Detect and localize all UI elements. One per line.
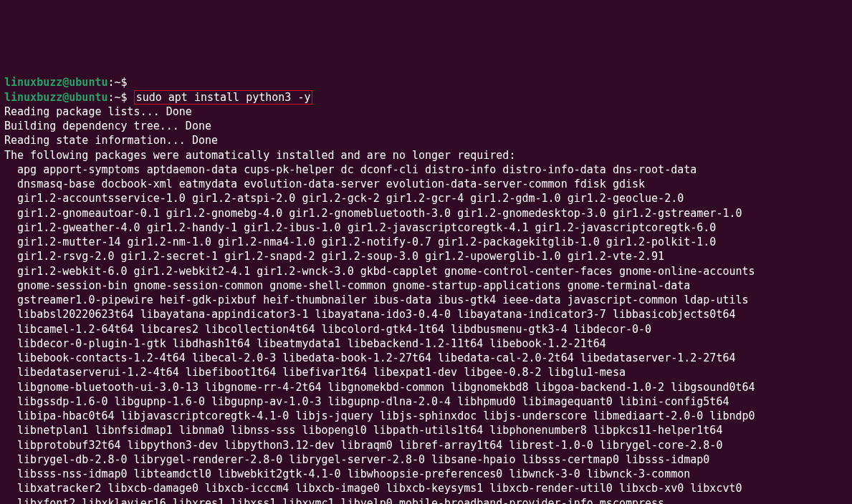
package-line: librygel-db-2.8-0 librygel-renderer-2.8-…: [4, 453, 709, 466]
output-line: Reading package lists... Done: [4, 105, 192, 118]
prompt-dollar: $: [121, 91, 128, 104]
output-line: Reading state information... Done: [4, 134, 218, 147]
package-line: libebook-contacts-1.2-4t64 libecal-2.0-3…: [4, 352, 735, 364]
package-line: gir1.2-accountsservice-1.0 gir1.2-atspi-…: [4, 192, 684, 205]
package-line: libprotobuf32t64 libpython3-dev libpytho…: [4, 439, 722, 452]
output-line: Building dependency tree... Done: [4, 120, 211, 132]
package-line: libedataserverui-1.2-4t64 libefiboot1t64…: [4, 366, 626, 379]
prompt-dollar: $: [121, 76, 128, 89]
prompt-sep: :: [108, 91, 115, 104]
prompt-path: ~: [115, 76, 121, 89]
prompt-user: linuxbuzz@ubuntu: [4, 91, 108, 104]
package-line: libcamel-1.2-64t64 libcares2 libcollecti…: [4, 323, 651, 336]
terminal-output: linuxbuzz@ubuntu:~$ linuxbuzz@ubuntu:~$ …: [4, 61, 848, 504]
package-line: libgnome-bluetooth-ui-3.0-13 libgnome-rr…: [4, 381, 755, 394]
prompt-line-1[interactable]: linuxbuzz@ubuntu:~$: [4, 76, 128, 89]
command-highlight: sudo apt install python3 -y: [134, 90, 313, 105]
package-line: apg apport-symptoms aptdaemon-data cups-…: [4, 163, 697, 176]
package-line: libnetplan1 libnfsidmap1 libnma0 libnss-…: [4, 424, 722, 437]
package-line: libgssdp-1.6-0 libgupnp-1.6-0 libgupnp-a…: [4, 395, 729, 408]
prompt-line-2[interactable]: linuxbuzz@ubuntu:~$ sudo apt install pyt…: [4, 90, 312, 105]
package-line: gir1.2-gweather-4.0 gir1.2-handy-1 gir1.…: [4, 221, 716, 234]
package-line: gir1.2-mutter-14 gir1.2-nm-1.0 gir1.2-nm…: [4, 236, 716, 248]
package-line: libxfont2 libxklavier16 libxres1 libxss1…: [4, 497, 664, 505]
package-line: libipa-hbac0t64 libjavascriptcoregtk-4.1…: [4, 410, 755, 422]
output-line: The following packages were automaticall…: [4, 149, 515, 162]
package-line: dnsmasq-base docbook-xml eatmydata evolu…: [4, 178, 645, 190]
package-line: libdecor-0-plugin-1-gtk libdhash1t64 lib…: [4, 337, 606, 350]
package-line: gnome-session-bin gnome-session-common g…: [4, 279, 690, 292]
package-line: gstreamer1.0-pipewire heif-gdk-pixbuf he…: [4, 294, 749, 306]
package-line: gir1.2-webkit-6.0 gir1.2-webkit2-4.1 gir…: [4, 265, 755, 278]
command-text: sudo apt install python3 -y: [136, 91, 311, 104]
package-line: gir1.2-rsvg-2.0 gir1.2-secret-1 gir1.2-s…: [4, 250, 664, 263]
package-line: libsss-nss-idmap0 libteamdctl0 libwebkit…: [4, 467, 690, 480]
package-line: libabsl20220623t64 libayatana-appindicat…: [4, 308, 735, 321]
package-line: gir1.2-gnomeautoar-0.1 gir1.2-gnomebg-4.…: [4, 207, 742, 220]
prompt-path: ~: [115, 91, 121, 104]
package-line: libxatracker2 libxcb-damage0 libxcb-iccc…: [4, 482, 742, 495]
prompt-user: linuxbuzz@ubuntu: [4, 76, 108, 89]
prompt-sep: :: [108, 76, 115, 89]
